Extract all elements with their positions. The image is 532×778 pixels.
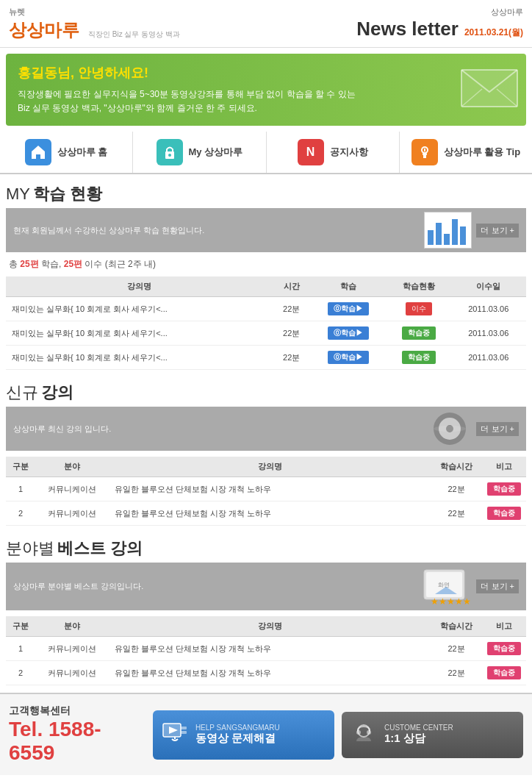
- home-icon: [25, 139, 51, 165]
- col-num: 구분: [6, 457, 35, 477]
- row-date: 2011.03.06: [451, 297, 526, 321]
- svg-text:★★★★★: ★★★★★: [431, 596, 471, 607]
- svg-point-27: [367, 730, 371, 735]
- one-on-one-btn[interactable]: CUSTOME CENTER 1:1 상담: [342, 712, 523, 758]
- new-lecture-header-text: 상상마루 최신 강의 입니다.: [13, 424, 111, 435]
- row-study-time: 22분: [431, 502, 482, 526]
- logo: 뉴렛 상상마루: [9, 6, 79, 41]
- col-category: 분야: [35, 616, 109, 637]
- row-study-time: 22분: [431, 477, 482, 502]
- col-remark: 비고: [482, 616, 526, 637]
- cc-title: 고객행복센터: [9, 704, 145, 718]
- envelope-icon: [460, 61, 519, 109]
- row-learning: ⓪학습▶: [310, 297, 387, 321]
- chart-icon: [424, 212, 472, 249]
- row-status: 학습중: [387, 321, 451, 346]
- nav-notice-label: 공지사항: [330, 146, 368, 159]
- table-row: 2 커뮤니케이션 유일한 블루오션 단체보험 시장 개척 노하우 22분 학습중: [6, 661, 526, 685]
- svg-rect-23: [181, 731, 187, 734]
- new-lecture-more-btn[interactable]: 더 보기 +: [476, 422, 519, 436]
- notice-icon: N: [298, 139, 324, 165]
- col-lecture-name: 강의명: [109, 616, 431, 637]
- best-lecture-section: 분야별베스트 강의 상상마루 분야별 베스트 강의입니다. 화면 ★★★★★ 더…: [6, 538, 526, 685]
- row-num: 1: [6, 637, 35, 661]
- footer: 고객행복센터 Tel. 1588-6559 HELP SANGSANGMARU …: [0, 693, 532, 775]
- nav-home-label: 상상마루 홈: [57, 146, 108, 159]
- svg-rect-10: [424, 152, 425, 153]
- welcome-body: 직장생활에 필요한 실무지식을 5~30분 동영상강좌를 통해 부담 없이 학습…: [18, 88, 514, 115]
- my-learning-table: 강의명 시간 학습 학습현황 이수일 재미있는 실무화{ 10 회계로 회사 세…: [6, 276, 526, 370]
- col-status: 학습현황: [387, 276, 451, 297]
- nav-tip[interactable]: 상상마루 활용 Tip: [400, 132, 532, 173]
- new-lecture-table: 구분 분야 강의명 학습시간 비고 1 커뮤니케이션 유일한 블루오션 단체보험…: [6, 457, 526, 526]
- row-num: 2: [6, 661, 35, 685]
- welcome-greeting: , 안녕하세요!: [71, 65, 148, 80]
- row-lecture-name: 유일한 블루오션 단체보험 시장 개척 노하우: [109, 477, 431, 502]
- stats-line: 총 25편 학습, 25편 이수 (최근 2주 내): [6, 252, 526, 276]
- new-lecture-header: 상상마루 최신 강의 입니다. 더 보기 +: [6, 407, 526, 451]
- lecture-disc-icon: [428, 410, 472, 447]
- row-lecture-name: 유일한 블루오션 단체보험 시장 개척 노하우: [109, 661, 431, 685]
- nav-my[interactable]: My 상상마루: [133, 132, 266, 173]
- table-row: 2 커뮤니케이션 유일한 블루오션 단체보험 시장 개척 노하우 22분 학습중: [6, 502, 526, 526]
- video-help-sub: HELP SANGSANGMARU: [195, 724, 280, 732]
- welcome-banner: 홍길동님, 안녕하세요! 직장생활에 필요한 실무지식을 5~30분 동영상강좌…: [6, 54, 526, 126]
- col-remark: 비고: [482, 457, 526, 477]
- nav-home[interactable]: 상상마루 홈: [0, 132, 133, 173]
- row-lecture-name: 유일한 블루오션 단체보험 시장 개척 노하우: [109, 637, 431, 661]
- my-learning-section: MY학습 현황 현재 회원님께서 수강하신 상상마루 학습 현황입니다. 더 보…: [6, 183, 526, 370]
- row-status: 학습중: [387, 346, 451, 370]
- customer-center: 고객행복센터 Tel. 1588-6559: [9, 704, 145, 765]
- row-learning: ⓪학습▶: [310, 346, 387, 370]
- svg-rect-22: [181, 727, 187, 729]
- col-lecture-name: 강의명: [109, 457, 431, 477]
- cc-phone: Tel. 1588-6559: [9, 718, 145, 765]
- support-icon: [351, 721, 377, 749]
- row-name: 재미있는 실무화{ 10 회계로 회사 세우기<...: [6, 321, 273, 346]
- table-row: 1 커뮤니케이션 유일한 블루오션 단체보험 시장 개척 노하우 22분 학습중: [6, 637, 526, 661]
- col-category: 분야: [35, 457, 109, 477]
- video-help-label: 동영상 문제해결: [195, 732, 280, 746]
- best-lecture-header: 상상마루 분야별 베스트 강의입니다. 화면 ★★★★★ 더 보기 +: [6, 563, 526, 610]
- logo-sub: 직장인 Biz 실무 동영상 백과: [88, 29, 180, 40]
- row-study-time: 22분: [431, 661, 482, 685]
- row-remark: 학습중: [482, 477, 526, 502]
- row-name: 재미있는 실무화{ 10 회계로 회사 세우기<...: [6, 297, 273, 321]
- row-category: 커뮤니케이션: [35, 637, 109, 661]
- newsletter-area: 상상마루 News letter 2011.03.21(월): [356, 7, 523, 40]
- svg-rect-0: [461, 70, 517, 107]
- new-lecture-title: 신규강의: [6, 382, 526, 404]
- svg-point-4: [168, 154, 171, 157]
- row-category: 커뮤니케이션: [35, 661, 109, 685]
- row-remark: 학습중: [482, 502, 526, 526]
- nav-my-label: My 상상마루: [189, 146, 243, 159]
- one-on-one-text: CUSTOME CENTER 1:1 상담: [384, 724, 453, 746]
- my-learning-title: MY학습 현황: [6, 183, 526, 205]
- col-date: 이수일: [451, 276, 526, 297]
- nav-notice[interactable]: N 공지사항: [267, 132, 400, 173]
- nav-tip-label: 상상마루 활용 Tip: [444, 146, 520, 159]
- my-learning-header: 현재 회원님께서 수강하신 상상마루 학습 현황입니다. 더 보기 +: [6, 208, 526, 252]
- video-help-text: HELP SANGSANGMARU 동영상 문제해결: [195, 724, 280, 746]
- video-icon: [162, 719, 188, 751]
- table-row: 1 커뮤니케이션 유일한 블루오션 단체보험 시장 개척 노하우 22분 학습중: [6, 477, 526, 502]
- best-lecture-header-text: 상상마루 분야별 베스트 강의입니다.: [13, 581, 143, 592]
- row-remark: 학습중: [482, 661, 526, 685]
- my-learning-more-btn[interactable]: 더 보기 +: [476, 224, 519, 238]
- best-lecture-table: 구분 분야 강의명 학습시간 비고 1 커뮤니케이션 유일한 블루오션 단체보험…: [6, 616, 526, 685]
- welcome-name: 홍길동님: [18, 65, 71, 80]
- tip-icon: [411, 139, 438, 165]
- one-on-one-label: 1:1 상담: [384, 732, 453, 746]
- row-remark: 학습중: [482, 637, 526, 661]
- best-lecture-icon: 화면 ★★★★★: [420, 566, 472, 607]
- nav-buttons: 상상마루 홈 My 상상마루 N 공지사항 상상마루 활용 Tip: [0, 132, 532, 174]
- best-lecture-more-btn[interactable]: 더 보기 +: [476, 579, 519, 593]
- my-learning-title-row: MY학습 현황 현재 회원님께서 수강하신 상상마루 학습 현황입니다. 더 보…: [6, 183, 526, 252]
- svg-text:화면: 화면: [438, 582, 450, 588]
- row-num: 2: [6, 502, 35, 526]
- video-help-btn[interactable]: HELP SANGSANGMARU 동영상 문제해결: [153, 710, 334, 760]
- col-name: 강의명: [6, 276, 273, 297]
- row-time: 22분: [273, 346, 310, 370]
- lock-icon: [157, 139, 183, 165]
- table-row: 재미있는 실무화{ 10 회계로 회사 세우기<... 22분 ⓪학습▶ 이수 …: [6, 297, 526, 321]
